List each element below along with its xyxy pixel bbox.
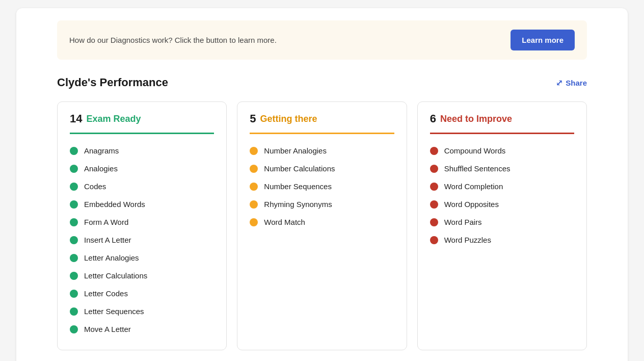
item-label: Compound Words [444,146,506,155]
share-label: Share [566,79,587,87]
item-label: Embedded Words [84,200,145,209]
status-dot [70,200,78,209]
item-label: Analogies [84,164,118,173]
item-label: Letter Sequences [84,307,144,316]
item-list-getting-there: Number AnalogiesNumber CalculationsNumbe… [250,142,394,230]
item-label: Letter Calculations [84,271,147,280]
item-label: Number Sequences [264,182,332,191]
item-list-exam-ready: AnagramsAnalogiesCodesEmbedded WordsForm… [70,142,214,338]
status-dot [430,165,438,173]
column-getting-there: 5Getting thereNumber AnalogiesNumber Cal… [237,101,407,350]
item-label: Form A Word [84,218,128,226]
column-header-getting-there: 5Getting there [250,112,394,134]
status-dot [70,307,78,316]
list-item: Letter Codes [70,285,214,302]
performance-header: Clyde's Performance ⤢ Share [57,76,587,89]
column-count-getting-there: 5 [250,112,256,125]
item-label: Anagrams [84,146,119,155]
item-list-need-to-improve: Compound WordsShuffled SentencesWord Com… [430,142,574,248]
item-label: Number Calculations [264,164,335,173]
status-dot [250,165,258,173]
list-item: Word Completion [430,178,574,195]
item-label: Letter Codes [84,289,128,298]
column-label-exam-ready: Exam Ready [86,114,141,124]
column-count-need-to-improve: 6 [430,112,436,125]
column-exam-ready: 14Exam ReadyAnagramsAnalogiesCodesEmbedd… [57,101,227,350]
list-item: Compound Words [430,142,574,159]
status-dot [430,218,438,226]
status-dot [430,147,438,155]
item-label: Number Analogies [264,146,327,155]
status-dot [70,290,78,298]
status-dot [70,165,78,173]
list-item: Number Sequences [250,178,394,195]
list-item: Move A Letter [70,321,214,338]
column-label-getting-there: Getting there [260,114,317,124]
column-need-to-improve: 6Need to ImproveCompound WordsShuffled S… [417,101,587,350]
status-dot [250,147,258,155]
banner-text: How do our Diagnostics work? Click the b… [69,36,277,44]
page-wrapper: How do our Diagnostics work? Click the b… [16,8,628,361]
list-item: Word Puzzles [430,231,574,248]
column-header-need-to-improve: 6Need to Improve [430,112,574,134]
list-item: Insert A Letter [70,231,214,248]
status-dot [430,236,438,244]
page-title: Clyde's Performance [57,76,168,89]
list-item: Word Pairs [430,214,574,230]
status-dot [70,325,78,333]
item-label: Insert A Letter [84,236,131,244]
list-item: Letter Analogies [70,249,214,266]
status-dot [70,147,78,155]
item-label: Shuffled Sentences [444,164,511,173]
column-label-need-to-improve: Need to Improve [440,114,512,124]
item-label: Word Opposites [444,200,499,209]
list-item: Shuffled Sentences [430,160,574,177]
item-label: Word Puzzles [444,236,491,244]
status-dot [430,183,438,191]
list-item: Word Match [250,214,394,230]
list-item: Letter Calculations [70,267,214,284]
column-header-exam-ready: 14Exam Ready [70,112,214,134]
status-dot [70,254,78,262]
item-label: Letter Analogies [84,253,139,262]
item-label: Word Match [264,218,305,226]
item-label: Rhyming Synonyms [264,200,332,209]
list-item: Embedded Words [70,196,214,213]
column-count-exam-ready: 14 [70,112,82,125]
status-dot [250,183,258,191]
list-item: Analogies [70,160,214,177]
columns-container: 14Exam ReadyAnagramsAnalogiesCodesEmbedd… [57,101,587,350]
list-item: Codes [70,178,214,195]
item-label: Move A Letter [84,325,131,333]
list-item: Rhyming Synonyms [250,196,394,213]
item-label: Word Pairs [444,218,482,226]
item-label: Codes [84,182,106,191]
status-dot [250,218,258,226]
learn-more-button[interactable]: Learn more [511,30,575,50]
status-dot [430,200,438,209]
status-dot [70,218,78,226]
status-dot [70,236,78,244]
list-item: Number Calculations [250,160,394,177]
list-item: Letter Sequences [70,303,214,320]
share-icon: ⤢ [556,78,562,88]
info-banner: How do our Diagnostics work? Click the b… [57,20,587,60]
status-dot [70,183,78,191]
share-button[interactable]: ⤢ Share [556,78,587,88]
list-item: Form A Word [70,214,214,230]
list-item: Anagrams [70,142,214,159]
status-dot [70,272,78,280]
list-item: Number Analogies [250,142,394,159]
list-item: Word Opposites [430,196,574,213]
item-label: Word Completion [444,182,503,191]
status-dot [250,200,258,209]
